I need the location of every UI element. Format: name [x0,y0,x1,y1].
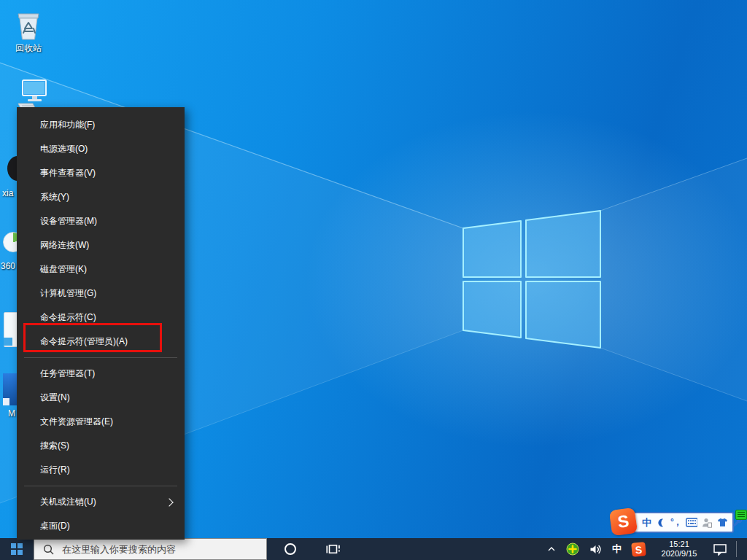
desktop-icon-label: M [8,408,15,419]
taskbar-clock[interactable]: 15:21 2020/9/15 [652,538,706,560]
app-icon [3,232,17,252]
chevron-up-icon [547,546,556,552]
menu-item-label: 文件资源管理器(E) [40,416,176,428]
volume-icon [589,544,602,555]
tray-sogou-button[interactable]: S [628,538,649,560]
menu-item[interactable]: 应用和功能(F) [17,113,185,137]
start-button[interactable] [0,538,34,560]
search-input[interactable] [61,543,257,556]
desktop-icon-partial-xia[interactable]: xia [0,153,17,198]
desktop-icon-this-pc[interactable] [15,77,50,111]
menu-item[interactable]: 设置(N) [17,386,185,410]
tray-input-indicator[interactable]: 中 [608,538,625,560]
menu-item[interactable]: 电源选项(O) [17,137,185,161]
menu-item-label: 事件查看器(V) [40,167,176,179]
menu-item[interactable]: 关机或注销(U) [17,490,185,514]
menu-item-label: 电源选项(O) [40,143,176,155]
skin-tshirt-icon[interactable] [717,516,728,530]
tray-360-safety-button[interactable] [562,538,583,560]
app-icon [7,156,17,181]
menu-item[interactable]: 文件资源管理器(E) [17,410,185,434]
desktop-icon-label: xia [2,188,13,198]
menu-item-highlighted[interactable]: 命令提示符(管理员)(A) [17,330,185,354]
action-center-icon [713,543,727,556]
task-view-icon [326,543,340,555]
clock-time: 15:21 [656,540,703,549]
menu-item[interactable]: 运行(R) [17,458,185,482]
menu-item[interactable]: 设备管理器(M) [17,209,185,233]
menu-item-label: 磁盘管理(K) [40,263,176,276]
search-icon [43,544,54,555]
menu-item[interactable]: 任务管理器(T) [17,362,185,386]
recycle-bin-icon [14,7,43,41]
action-center-button[interactable] [709,538,731,560]
menu-item-label: 桌面(D) [40,520,176,532]
menu-item-label: 应用和功能(F) [40,119,176,131]
taskbar: 中 S 15:21 2020/9/15 [0,538,747,560]
taskbar-divider [736,541,737,557]
menu-separator [24,486,177,486]
windows-desktop: 回收站 xia 360 M 应用和功能(F)电源选项(O)事件查看器(V)系统(… [0,0,747,560]
windows-start-icon [11,543,23,555]
tray-chevron-up-button[interactable] [543,538,560,560]
menu-item-label: 搜索(S) [40,440,176,452]
menu-item[interactable]: 网络连接(W) [17,233,185,257]
menu-item-label: 计算机管理(G) [40,287,176,300]
desktop-icon-partial-m[interactable]: M [0,372,17,420]
menu-item[interactable]: 磁盘管理(K) [17,257,185,281]
computer-icon [15,77,49,111]
taskbar-search[interactable] [34,538,267,560]
tray-volume-button[interactable] [586,538,605,560]
sogou-icon: S [631,542,646,557]
winx-context-menu: 应用和功能(F)电源选项(O)事件查看器(V)系统(Y)设备管理器(M)网络连接… [17,107,185,540]
desktop-icon-recycle-bin[interactable]: 回收站 [7,7,50,55]
menu-item-label: 关机或注销(U) [40,496,166,508]
app-icon-badge [4,338,12,346]
punctuation-mode-button[interactable]: °， [670,516,681,530]
menu-item[interactable]: 计算机管理(G) [17,281,185,306]
menu-item-label: 任务管理器(T) [40,368,176,380]
menu-item-label: 系统(Y) [40,191,176,203]
account-icon[interactable] [702,516,713,530]
show-desktop-button[interactable] [742,538,747,560]
winx-menu-list: 应用和功能(F)电源选项(O)事件查看器(V)系统(Y)设备管理器(M)网络连接… [17,113,185,538]
360-safety-icon [566,542,579,556]
sogou-input-toolbar: S 中 °， [611,512,734,533]
menu-item-label: 运行(R) [40,464,176,476]
soft-keyboard-icon[interactable] [686,516,697,530]
cortana-icon [284,542,297,556]
desktop-icon-partial-doc[interactable] [0,311,17,353]
menu-item-label: 命令提示符(管理员)(A) [40,335,176,348]
menu-item-label: 命令提示符(C) [40,311,176,324]
fullwidth-moon-icon[interactable] [656,516,666,530]
menu-item-label: 设置(N) [40,392,176,404]
desktop-icon-label: 360 [1,261,15,271]
chinese-mode-button[interactable]: 中 [642,516,651,530]
sogou-logo-icon[interactable]: S [609,508,638,537]
chevron-right-icon [165,498,173,506]
cortana-button[interactable] [277,538,303,560]
menu-item[interactable]: 桌面(D) [17,514,185,538]
menu-item-label: 网络连接(W) [40,239,176,252]
menu-item[interactable]: 命令提示符(C) [17,306,185,330]
menu-item[interactable]: 搜索(S) [17,434,185,458]
task-view-button[interactable] [320,538,347,560]
menu-item-label: 设备管理器(M) [40,215,176,228]
app-icon-badge [3,398,9,405]
network-monitor-icon[interactable] [735,510,747,520]
system-tray: 中 S 15:21 2020/9/15 [543,538,747,560]
clock-date: 2020/9/15 [656,549,703,559]
desktop-icon-partial-360[interactable]: 360 [0,230,17,274]
menu-item[interactable]: 事件查看器(V) [17,161,185,185]
recycle-bin-label: 回收站 [15,42,42,55]
menu-separator [24,357,177,358]
menu-item[interactable]: 系统(Y) [17,185,185,209]
